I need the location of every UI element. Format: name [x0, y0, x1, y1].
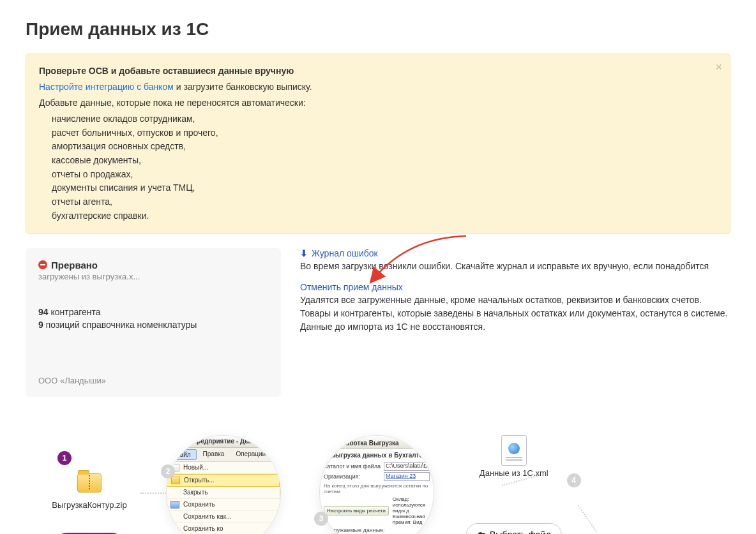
stop-icon: [38, 260, 47, 269]
open-folder-icon: [171, 477, 180, 484]
dd-close: Закрыть: [183, 489, 208, 496]
bank-integration-link[interactable]: Настройте интеграцию с банком: [39, 82, 174, 92]
onec-icon: 1C: [170, 438, 179, 445]
alert-line2: Добавьте данные, которые пока не перенос…: [39, 96, 717, 110]
counterparties-label: контрагента: [49, 307, 101, 317]
step-badge-3: 3: [314, 512, 328, 526]
positions-count: 9: [38, 320, 43, 330]
dd-save: Сохранить: [183, 501, 215, 508]
steps-row: 1 ВыгрузкаКонтур.zip ⬇ Скачать 2 1C1С:Пр…: [26, 435, 730, 535]
zip-folder-icon: [77, 473, 102, 493]
close-icon[interactable]: ×: [715, 61, 722, 74]
zip-filename: ВыгрузкаКонтур.zip: [52, 500, 126, 510]
win2-sub: Выгрузка данных в Бухгалте: [320, 449, 434, 461]
dd-new: Новый...: [183, 464, 208, 471]
blank-icon: [170, 513, 179, 521]
menu-file: Файл: [169, 449, 197, 460]
alert-after-link: и загрузите банковскую выписку.: [174, 82, 312, 92]
choose-file-button[interactable]: 🗀 Выбрать файл: [466, 523, 562, 534]
xml-filename: Данные из 1C.xml: [480, 468, 548, 479]
alert-list-item: отчеты агента,: [52, 195, 717, 209]
row1-label: Каталог и имя файла:: [324, 463, 381, 470]
menu-edit: Правка: [198, 449, 230, 460]
blank-icon: [170, 525, 179, 533]
dd-saveas: Сохранить как...: [183, 513, 231, 520]
stats-block: 94 контрагента 9 позиций справочника ном…: [38, 307, 197, 332]
step-badge-2: 2: [161, 464, 175, 478]
win1-title: 1С:Предприятие - Демо: [182, 438, 257, 445]
folder-icon: 🗀: [477, 530, 486, 534]
company-name: ООО «Ландыши»: [38, 376, 268, 385]
row1-value: C:\Users\alatu\Desktop\df.x: [384, 462, 430, 471]
screenshot-1c-menu: 1C1С:Предприятие - Демо Файл Правка Опер…: [166, 435, 281, 535]
btn-configure: Настроить виды расчета: [324, 506, 389, 515]
step-2: 2 1C1С:Предприятие - Демо Файл Правка Оп…: [166, 435, 281, 535]
step-badge-1: 1: [57, 451, 72, 465]
dd-open: Открыть...: [184, 477, 215, 484]
alert-list-item: расчет больничных, отпусков и прочего,: [52, 126, 717, 140]
alert-list-item: амортизация основных средств,: [52, 140, 717, 154]
win2-title: Обработка Выгрузка: [333, 440, 399, 447]
alert-list-item: отчеты о продажах,: [52, 168, 717, 182]
step-4: 4 Данные из 1C.xml 🗀 Выбрать файл: [466, 435, 562, 535]
blank-icon: [170, 489, 179, 496]
step-badge-4: 4: [567, 473, 581, 487]
alert-list-item: бухгалтерские справки.: [52, 209, 717, 223]
proc-icon: [324, 438, 331, 445]
save-icon: [170, 501, 179, 508]
step-1: 1 ВыгрузкаКонтур.zip ⬇ Скачать: [26, 435, 153, 535]
step-3: 3 Обработка Выгрузка Выгрузка данных в Б…: [319, 435, 434, 535]
counterparties-count: 94: [38, 307, 49, 317]
xml-file-icon: [501, 435, 527, 466]
alert-line: Настройте интеграцию с банком и загрузит…: [39, 80, 717, 94]
positions-label: позиций справочника номенклатуры: [43, 320, 197, 330]
alert-list-item: документы списания и учета ТМЦ,: [52, 181, 717, 195]
alert-box: × Проверьте ОСВ и добавьте оставшиеся да…: [26, 54, 730, 234]
win2-note: На конец этого дня выгружаются остатки п…: [320, 482, 434, 496]
row2-value: Магазин 23: [384, 472, 430, 481]
status-label: Прервано: [51, 260, 98, 271]
alert-list-item: начисление окладов сотрудникам,: [52, 112, 717, 126]
menu-ops: Операции: [231, 449, 271, 460]
globe-icon: [508, 443, 520, 454]
alert-title: Проверьте ОСВ и добавьте оставшиеся данн…: [39, 64, 717, 78]
choose-file-label: Выбрать файл: [490, 530, 551, 534]
btn-side-text: Оклад: используются виды д Ежемесячная п…: [393, 496, 430, 525]
dotted-path: [578, 505, 597, 531]
screenshot-1c-export: Обработка Выгрузка Выгрузка данных в Бух…: [319, 435, 434, 535]
row2-label: Организация:: [324, 473, 381, 480]
win2-sec: Выгружаемые данные:: [320, 526, 434, 535]
dd-savecp: Сохранить ко: [183, 525, 223, 532]
status-file: загружены из выгрузка.х...: [38, 272, 147, 281]
alert-list: начисление окладов сотрудникам, расчет б…: [39, 112, 717, 223]
page-title: Прием данных из 1С: [26, 19, 730, 40]
alert-list-item: кассовые документы,: [52, 154, 717, 168]
status-panel: Прервано загружены из выгрузка.х... 94 к…: [26, 248, 281, 397]
annotation-arrow: [306, 231, 472, 301]
